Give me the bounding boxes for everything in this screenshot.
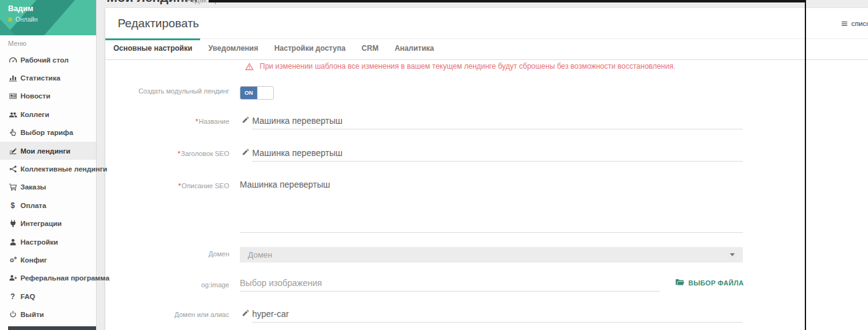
- dashboard-icon: [8, 55, 17, 64]
- domain-select-value: Домен: [248, 250, 273, 259]
- sidebar-item-label: Статистика: [20, 74, 60, 82]
- cart-icon: [8, 183, 17, 192]
- sidebar-menu: Рабочий стол Статистика Новости Коллеги …: [0, 51, 96, 324]
- power-icon: [8, 310, 17, 319]
- sidebar-item-label: Выбор тарифа: [20, 129, 73, 136]
- card-title: Редактировать: [118, 8, 199, 38]
- sidebar-item-collective-landings[interactable]: Коллективные лендинги: [0, 160, 96, 178]
- alias-label: Домен или алиас: [105, 310, 229, 319]
- sidebar-item-label: Новости: [20, 92, 50, 100]
- edit-icon: [8, 146, 17, 155]
- sidebar-item-config[interactable]: Конфиг: [0, 251, 96, 269]
- sidebar-item-colleagues[interactable]: Коллеги: [0, 105, 96, 123]
- sidebar-item-statistics[interactable]: Статистика: [0, 69, 96, 87]
- edit-card: Редактировать список Основные настройки …: [105, 8, 868, 330]
- profile-status-label: Онлайн: [15, 16, 38, 23]
- news-icon: [8, 92, 17, 101]
- choose-file-button[interactable]: ВЫБОР ФАЙЛА: [675, 279, 744, 287]
- bar-chart-icon: [8, 74, 17, 83]
- gears-icon: [8, 255, 17, 264]
- dollar-icon: $: [8, 201, 17, 210]
- alias-input[interactable]: hyper-car: [252, 306, 743, 323]
- sidebar-item-label: Коллективные лендинги: [20, 165, 107, 173]
- sidebar-item-label: Реферальная программа: [20, 274, 110, 282]
- sidebar-item-integrations[interactable]: Интеграции: [0, 215, 96, 233]
- name-label: *Название: [105, 117, 229, 126]
- seo-description-input[interactable]: Машинка перевертыш: [240, 178, 743, 233]
- toggle-on-label: ON: [240, 87, 257, 99]
- og-image-label: og:image: [105, 280, 229, 289]
- domain-select[interactable]: Домен: [240, 247, 743, 263]
- list-icon: [841, 20, 848, 27]
- profile-name: Вадим: [8, 4, 33, 13]
- domain-label: Домен: [105, 250, 229, 258]
- sidebar-item-label: Заказы: [20, 183, 46, 191]
- chevron-down-icon: [730, 253, 735, 256]
- sidebar-item-label: FAQ: [20, 293, 35, 300]
- sidebar-footer-strip: [8, 326, 96, 330]
- sidebar-item-payment[interactable]: $ Оплата: [0, 196, 96, 214]
- sidebar-item-label: Рабочий стол: [20, 56, 69, 64]
- sidebar-item-faq[interactable]: ? FAQ: [0, 287, 96, 305]
- profile-status: Онлайн: [8, 16, 38, 23]
- sidebar-item-dashboard[interactable]: Рабочий стол: [0, 51, 96, 69]
- sidebar-item-news[interactable]: Новости: [0, 87, 96, 105]
- tab-general-settings[interactable]: Основные настройки: [105, 39, 200, 59]
- tab-analytics[interactable]: Аналитика: [387, 39, 442, 59]
- profile-header: Вадим Онлайн: [0, 0, 96, 35]
- sidebar-item-label: Оплата: [20, 202, 46, 209]
- tab-access-settings[interactable]: Настройки доступа: [266, 39, 354, 59]
- users-icon: [8, 110, 17, 119]
- warning-text: При изменении шаблона все изменения в ва…: [260, 62, 675, 71]
- template-warning: При изменении шаблона все изменения в ва…: [245, 62, 675, 71]
- choose-file-label: ВЫБОР ФАЙЛА: [688, 279, 744, 287]
- seo-title-input[interactable]: Машинка перевертыш: [252, 145, 743, 162]
- online-dot-icon: [8, 17, 12, 22]
- toggle-knob: [257, 87, 273, 99]
- sidebar-item-orders[interactable]: Заказы: [0, 178, 96, 196]
- tab-crm[interactable]: CRM: [354, 39, 387, 59]
- og-image-input[interactable]: Выбор изображения: [240, 275, 660, 292]
- sidebar-item-label: Настройки: [20, 238, 58, 246]
- list-view-button[interactable]: список: [841, 8, 868, 38]
- list-view-label: список: [851, 20, 868, 27]
- sidebar-item-label: Выйти: [20, 311, 44, 318]
- sidebar-item-tariff[interactable]: Выбор тарифа: [0, 124, 96, 142]
- sidebar-item-referral[interactable]: Реферальная программа: [0, 269, 96, 287]
- seo-description-label: *Описание SEO: [105, 181, 229, 190]
- modular-toggle[interactable]: ON: [240, 86, 274, 100]
- tab-notifications[interactable]: Уведомления: [200, 39, 266, 59]
- question-icon: ?: [8, 292, 17, 301]
- hand-icon: [8, 128, 17, 137]
- sidebar-item-label: Коллеги: [20, 111, 49, 118]
- page-title: Мои лендинги: [107, 0, 198, 4]
- user-icon: [8, 237, 17, 246]
- sidebar-item-logout[interactable]: Выйти: [0, 305, 96, 323]
- sidebar: Вадим Онлайн Меню Рабочий стол Статистик…: [0, 0, 97, 330]
- user-plus-icon: [8, 274, 17, 283]
- scrollbar[interactable]: [805, 0, 806, 330]
- warning-icon: [245, 62, 254, 71]
- plug-icon: [8, 219, 17, 228]
- sidebar-item-label: Конфиг: [20, 256, 47, 264]
- name-input[interactable]: Машинка перевертыш: [252, 113, 743, 129]
- top-navbar-edge: [209, 0, 805, 2]
- sidebar-item-my-landings[interactable]: Мои лендинги: [0, 142, 96, 160]
- modular-label: Создать модульный лендинг: [105, 87, 229, 95]
- sidebar-item-label: Мои лендинги: [20, 147, 71, 155]
- menu-section-label: Меню: [8, 40, 27, 47]
- pencil-icon: [242, 116, 250, 124]
- folder-icon: [675, 279, 685, 287]
- pencil-icon: [242, 148, 250, 156]
- tab-bar: Основные настройки Уведомления Настройки…: [105, 38, 868, 60]
- seo-title-label: *Заголовок SEO: [105, 149, 229, 158]
- sidebar-item-label: Интеграции: [20, 220, 62, 227]
- pencil-icon: [242, 309, 250, 317]
- share-icon: [8, 165, 17, 174]
- sidebar-item-settings[interactable]: Настройки: [0, 233, 96, 251]
